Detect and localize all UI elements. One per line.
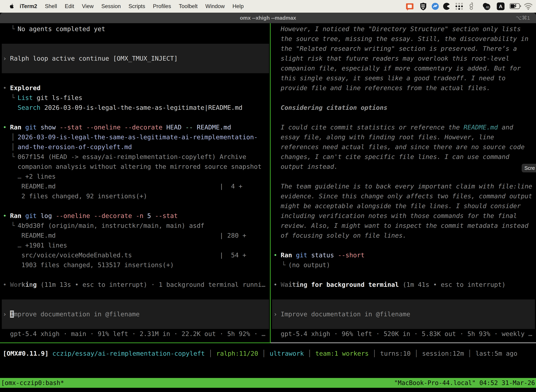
reasoning-p1-l1: However, I noticed the "Directory Struct…: [0, 24, 536, 34]
reasoning-p1-l4: slight risk that future readers may over…: [0, 54, 536, 63]
tmux-session-label: [omx-cczip0:bash*: [1, 378, 64, 388]
shield-grid-icon[interactable]: [419, 2, 427, 11]
screen-share-tooltip: Scre: [522, 164, 536, 172]
menu-item-shell[interactable]: Shell: [45, 3, 57, 9]
menu-item-help[interactable]: Help: [232, 3, 244, 9]
apple-menu-icon[interactable]: [9, 2, 15, 10]
tmux-status-bar: [omx-cczip0:bash* "MacBook-Pro-44.local"…: [0, 378, 536, 388]
right-input-line: ›Improve documentation in @filename: [0, 309, 536, 319]
reasoning-p1-l3: the "Related research writing" section i…: [0, 44, 536, 54]
reasoning-p2-l4: changes, I can't cite specific file line…: [0, 152, 536, 162]
svg-text:..61: ..61: [485, 6, 490, 9]
chat-app-icon[interactable]: [406, 3, 414, 11]
dragon-icon[interactable]: [468, 2, 475, 11]
battery-icon[interactable]: [510, 3, 521, 10]
window-shortcut-label: ⌥⌘1: [516, 13, 530, 23]
menu-item-iterm2[interactable]: iTerm2: [20, 3, 37, 9]
reasoning-heading: Considering citation options: [0, 103, 536, 112]
menu-items: iTerm2ShellEditViewSessionScriptsProfile…: [20, 0, 244, 13]
reasoning-p2-l5: output instead.: [0, 162, 536, 172]
reasoning-p1-l7: provide file and line references from th…: [0, 83, 536, 93]
dots-grid-icon[interactable]: [455, 2, 464, 11]
wifi-icon[interactable]: [524, 2, 533, 10]
right-session-stats: gpt-5.4 xhigh · 96% left · 520K in · 5.8…: [0, 329, 536, 339]
reasoning-p3-l1: The team guideline is to back every impo…: [0, 182, 536, 191]
omx-status-line: [OMX#0.11.9] cczip/essay/ai-reimplementa…: [0, 349, 536, 359]
menu-item-edit[interactable]: Edit: [65, 3, 74, 9]
reasoning-p3-l4: including verification notes with those …: [0, 211, 536, 221]
tmux-host-clock: "MacBook-Pro-44.local" 04:52 31-Mar-26: [394, 378, 535, 388]
reasoning-p1-l2: the source tree, missing the essay. Stil…: [0, 34, 536, 44]
screen: iTerm2ShellEditViewSessionScriptsProfile…: [0, 0, 536, 392]
reasoning-p3-l3: might be acceptable alongside the file l…: [0, 201, 536, 211]
terminal-content: └No agents completed yet›Ralph loop acti…: [0, 23, 536, 392]
reasoning-p1-l5: companion file, especially if more comme…: [0, 63, 536, 73]
reasoning-p3-l5: review. Also, I might want to inspect th…: [0, 221, 536, 231]
reasoning-p3-l6: of focusing solely on file lines.: [0, 231, 536, 240]
pane-divider[interactable]: [270, 23, 271, 342]
svg-text:A: A: [499, 4, 502, 9]
menu-item-view[interactable]: View: [82, 3, 94, 9]
pane-bottom-border-right: [271, 342, 536, 343]
window-title: omx --xhigh --madmax: [0, 13, 536, 23]
waiting-status: •Waiting for background terminal (1m 41s…: [0, 280, 536, 289]
blue-badge-icon[interactable]: [431, 2, 439, 11]
show-more-lines: … +2 lines: [0, 172, 536, 182]
menu-item-session[interactable]: Session: [101, 3, 121, 9]
ran-git-status: •Ran git status --short: [0, 250, 536, 260]
reasoning-p2-l1: I could cite commit statistics or refere…: [0, 122, 536, 132]
menu-bar: iTerm2ShellEditViewSessionScriptsProfile…: [0, 0, 536, 13]
explored-list: └List git ls-files: [0, 93, 536, 103]
reasoning-p2-l2: essay file, along with finding root file…: [0, 132, 536, 142]
reasoning-p3-l2: evidence. Since this change only affects…: [0, 191, 536, 201]
reasoning-p2-l3: references need actual files, and since …: [0, 142, 536, 152]
menu-item-scripts[interactable]: Scripts: [129, 3, 145, 9]
a-key-icon[interactable]: A: [497, 2, 505, 11]
reasoning-p1-l6: this single essay, it seems like a good …: [0, 73, 536, 83]
badge-61-icon[interactable]: ..61: [481, 2, 492, 11]
tooltip-label: Scre: [524, 165, 535, 171]
menu-item-window[interactable]: Window: [206, 3, 225, 9]
status-output: └(no output): [0, 260, 536, 270]
pacman-icon[interactable]: [443, 2, 451, 11]
log-more-lines: … +1901 lines: [0, 240, 536, 250]
menu-item-toolbelt[interactable]: Toolbelt: [179, 3, 198, 9]
pane-bottom-border-left: [0, 342, 271, 343]
menu-item-profiles[interactable]: Profiles: [153, 3, 171, 9]
